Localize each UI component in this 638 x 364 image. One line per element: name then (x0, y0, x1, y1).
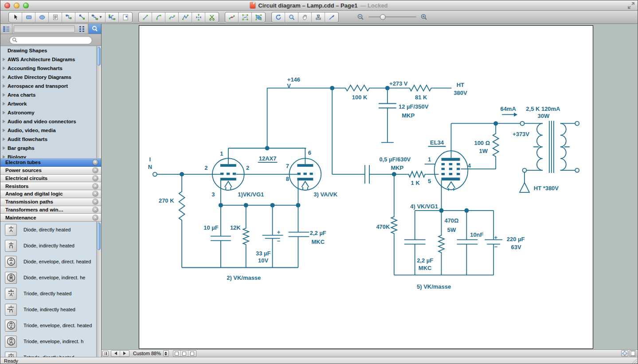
grid-view-button[interactable] (76, 24, 88, 34)
library-item[interactable]: Area charts (0, 90, 101, 99)
tree-view-button[interactable] (0, 24, 12, 34)
resize-grip[interactable] (631, 358, 637, 364)
group-transform-tool-button[interactable] (252, 12, 265, 22)
library-list-scrollbar[interactable] (96, 46, 101, 158)
opened-library-transmission-paths[interactable]: Transmission paths✕ (0, 198, 101, 206)
library-item[interactable]: Astronomy (0, 108, 101, 117)
direct-connector-tool-button[interactable] (75, 12, 89, 22)
zoom-tool-button[interactable] (285, 12, 298, 22)
disclosure-triangle-icon[interactable] (3, 75, 5, 79)
opened-library-resistors[interactable]: Resistors✕ (0, 182, 101, 190)
opened-library-transformers[interactable]: Transformers and win…✕ (0, 206, 101, 214)
close-button[interactable] (4, 3, 10, 8)
zoom-level-control[interactable]: Custom 88% (133, 350, 169, 356)
shape-item[interactable]: Triode, envelope, direct. heated (0, 317, 101, 333)
stamp-tool-button[interactable] (312, 12, 325, 22)
opened-library-electron-tubes[interactable]: Electron tubes✕ (0, 159, 101, 167)
previous-page-button[interactable] (111, 351, 120, 356)
zoom-stepper[interactable] (163, 350, 169, 356)
opened-library-analog-digital[interactable]: Analog and digital logic✕ (0, 190, 101, 198)
shape-item[interactable]: Diode, directly heated (0, 222, 101, 238)
disclosure-triangle-icon[interactable] (3, 93, 5, 97)
disclosure-triangle-icon[interactable] (3, 146, 5, 150)
split-tool-button[interactable] (192, 12, 205, 22)
fullscreen-icon[interactable] (628, 2, 634, 11)
shape-item[interactable]: Diode, envelope, indirect. he (0, 270, 101, 286)
close-library-icon[interactable]: ✕ (93, 160, 98, 165)
select-tool-button[interactable] (9, 12, 22, 22)
next-page-button[interactable] (120, 351, 129, 356)
edit-curve-tool-button[interactable] (225, 12, 239, 22)
search-input[interactable] (19, 37, 92, 43)
view-mode-button-3[interactable] (188, 351, 196, 356)
disclosure-triangle-icon[interactable] (3, 67, 5, 70)
close-library-icon[interactable]: ✕ (93, 176, 98, 181)
library-item[interactable]: Bar graphs (0, 144, 101, 153)
close-library-icon[interactable]: ✕ (93, 207, 98, 212)
close-library-icon[interactable]: ✕ (93, 168, 98, 173)
zoom-out-icon[interactable] (357, 13, 364, 21)
pan-hand-tool-button[interactable] (298, 12, 312, 22)
library-item[interactable]: Aerospace and transport (0, 82, 101, 90)
minimize-button[interactable] (14, 3, 20, 8)
zoom-in-icon[interactable] (420, 13, 428, 21)
rectangle-tool-button[interactable] (22, 12, 35, 22)
bezier-tool-button[interactable] (165, 12, 179, 22)
scissors-tool-button[interactable] (205, 12, 219, 22)
library-item[interactable]: Artwork (0, 99, 101, 108)
shape-list-scrollbar[interactable] (96, 222, 101, 357)
close-library-icon[interactable]: ✕ (93, 199, 98, 204)
drawing-page[interactable]: +146V 100 K +273 V 81 K HT380V 12 µF/350… (139, 25, 593, 349)
scrollbar-thumb[interactable] (97, 47, 101, 66)
rotate-tool-button[interactable] (272, 12, 285, 22)
disclosure-triangle-icon[interactable] (3, 155, 5, 158)
close-library-icon[interactable]: ✕ (93, 191, 98, 196)
zoom-window-button[interactable] (23, 3, 29, 8)
zoom-slider-track[interactable] (368, 16, 416, 18)
disclosure-triangle-icon[interactable] (3, 84, 5, 88)
shape-item[interactable]: Triode, indirectly heated (0, 301, 101, 317)
ellipse-tool-button[interactable] (35, 12, 49, 22)
disclosure-triangle-icon[interactable] (3, 58, 5, 61)
library-item[interactable]: Biology (0, 153, 101, 158)
delete-page-tool-button[interactable]: * (119, 12, 132, 22)
disclosure-triangle-icon[interactable] (3, 102, 5, 106)
polyline-tool-button[interactable] (179, 12, 192, 22)
shape-item[interactable]: Triode, directly heated (0, 286, 101, 301)
search-mode-button[interactable] (88, 24, 101, 34)
opened-library-maintenance[interactable]: Maintenance✕ (0, 214, 101, 222)
library-item[interactable]: AWS Architecture Diagrams (0, 55, 101, 64)
zoom-slider-knob[interactable] (380, 14, 386, 20)
shape-item[interactable]: Tetrode, directly heated (0, 349, 101, 357)
tree-connector-tool-button[interactable] (106, 12, 119, 22)
line-tool-button[interactable] (139, 12, 152, 22)
disclosure-triangle-icon[interactable] (3, 137, 5, 141)
close-library-icon[interactable]: ✕ (93, 184, 98, 189)
pane-splitter-handle[interactable] (102, 351, 109, 356)
opened-library-power-sources[interactable]: Power sources✕ (0, 167, 101, 175)
fit-page-button[interactable] (621, 350, 628, 356)
reshape-tool-button[interactable] (239, 12, 252, 22)
shape-item[interactable]: Diode, indirectly heated (0, 238, 101, 254)
view-mode-button-1[interactable] (173, 351, 181, 356)
disclosure-triangle-icon[interactable] (3, 111, 5, 114)
library-item[interactable]: Active Directory Diagrams (0, 73, 101, 82)
library-item[interactable]: Accounting flowcharts (0, 64, 101, 73)
library-item[interactable]: Audio and video connectors (0, 117, 101, 126)
library-item[interactable]: Audit flowcharts (0, 135, 101, 144)
shape-item[interactable]: Diode, envelope, direct. heated (0, 254, 101, 270)
opened-library-electrical-circuits[interactable]: Electrical circuits✕ (0, 175, 101, 183)
view-mode-button-2[interactable] (181, 351, 188, 356)
library-item[interactable]: Drawing Shapes (0, 46, 101, 55)
scrollbar-thumb[interactable] (97, 223, 101, 250)
arc-tool-button[interactable] (152, 12, 165, 22)
smart-connector-tool-button[interactable]: ▼ (89, 12, 106, 22)
disclosure-triangle-icon[interactable] (3, 129, 5, 132)
library-item[interactable]: Audio, video, media (0, 126, 101, 135)
close-library-icon[interactable]: ✕ (93, 215, 98, 220)
actual-size-button[interactable] (629, 350, 636, 356)
canvas-area[interactable]: +146V 100 K +273 V 81 K HT380V 12 µF/350… (102, 24, 638, 357)
elbow-connector-tool-button[interactable] (62, 12, 75, 22)
eyedropper-tool-button[interactable] (325, 12, 338, 22)
text-tool-button[interactable] (49, 12, 62, 22)
